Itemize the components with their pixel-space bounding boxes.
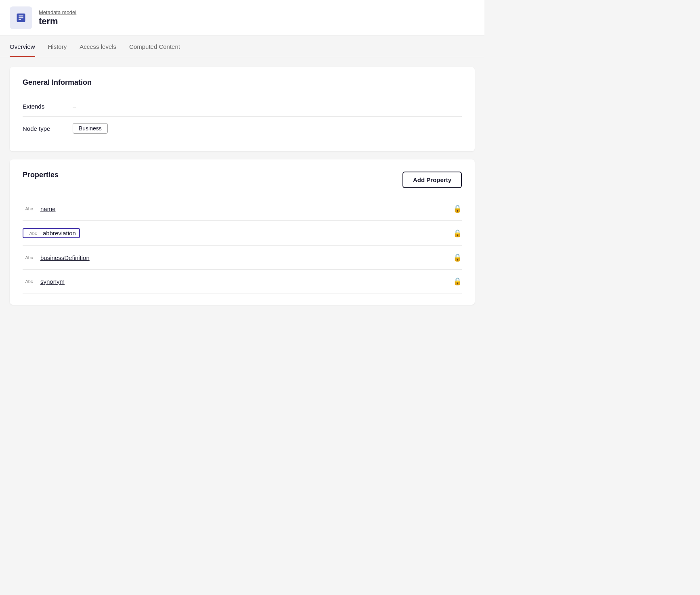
extends-row: Extends – (23, 96, 462, 116)
selected-property-wrapper: Abc abbreviation (23, 228, 80, 238)
property-left: Abc synonym (23, 278, 65, 285)
properties-card: Properties Add Property Abc name 🔒 Abc a… (10, 159, 475, 305)
tab-computed-content[interactable]: Computed Content (129, 36, 180, 57)
properties-title: Properties (23, 171, 59, 179)
metadata-icon (15, 12, 27, 23)
lock-icon: 🔒 (453, 253, 462, 262)
property-left: Abc name (23, 205, 56, 212)
type-badge: Abc (23, 255, 36, 260)
properties-header: Properties Add Property (23, 171, 462, 189)
type-badge: Abc (23, 279, 36, 284)
node-type-row: Node type Business (23, 116, 462, 140)
property-row: Abc abbreviation 🔒 (23, 221, 462, 246)
lock-icon: 🔒 (453, 229, 462, 238)
property-row: Abc synonym 🔒 (23, 270, 462, 293)
general-information-title: General Information (23, 78, 462, 87)
tab-history[interactable]: History (48, 36, 67, 57)
property-name[interactable]: name (40, 205, 56, 212)
tab-access-levels[interactable]: Access levels (80, 36, 116, 57)
node-type-label: Node type (23, 125, 63, 132)
lock-icon: 🔒 (453, 277, 462, 286)
type-badge: Abc (27, 231, 40, 236)
type-badge: Abc (23, 206, 36, 211)
property-name[interactable]: businessDefinition (40, 254, 90, 261)
tabs-bar: Overview History Access levels Computed … (0, 36, 484, 57)
header-icon (10, 6, 32, 29)
property-row: Abc businessDefinition 🔒 (23, 246, 462, 270)
general-information-card: General Information Extends – Node type … (10, 67, 475, 151)
property-row: Abc name 🔒 (23, 197, 462, 221)
page-title: term (39, 16, 76, 27)
property-left: Abc businessDefinition (23, 254, 90, 261)
breadcrumb[interactable]: Metadata model (39, 9, 76, 15)
header-text: Metadata model term (39, 9, 76, 27)
tab-overview[interactable]: Overview (10, 36, 35, 57)
lock-icon: 🔒 (453, 204, 462, 213)
property-name[interactable]: synonym (40, 278, 65, 285)
page-header: Metadata model term (0, 0, 484, 36)
add-property-button[interactable]: Add Property (402, 172, 462, 188)
property-left: Abc abbreviation (23, 228, 80, 238)
property-name[interactable]: abbreviation (43, 230, 76, 237)
extends-value: – (73, 103, 76, 110)
node-type-badge: Business (73, 123, 108, 134)
extends-label: Extends (23, 103, 63, 110)
main-content: General Information Extends – Node type … (0, 57, 484, 314)
